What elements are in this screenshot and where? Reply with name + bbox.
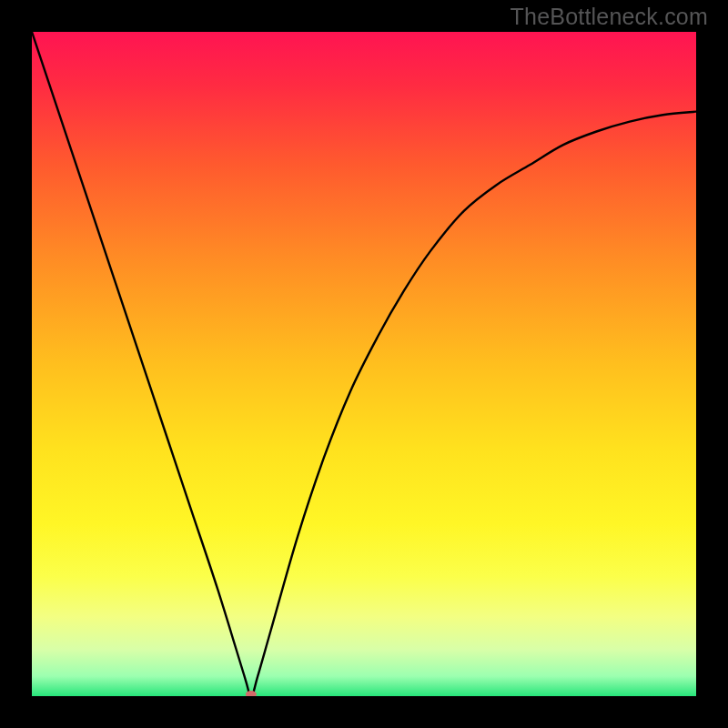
minimum-marker xyxy=(246,691,257,696)
watermark-text: TheBottleneck.com xyxy=(511,4,708,30)
chart-container: TheBottleneck.com xyxy=(0,0,728,728)
plot-area xyxy=(32,32,696,696)
bottleneck-curve xyxy=(32,32,696,696)
